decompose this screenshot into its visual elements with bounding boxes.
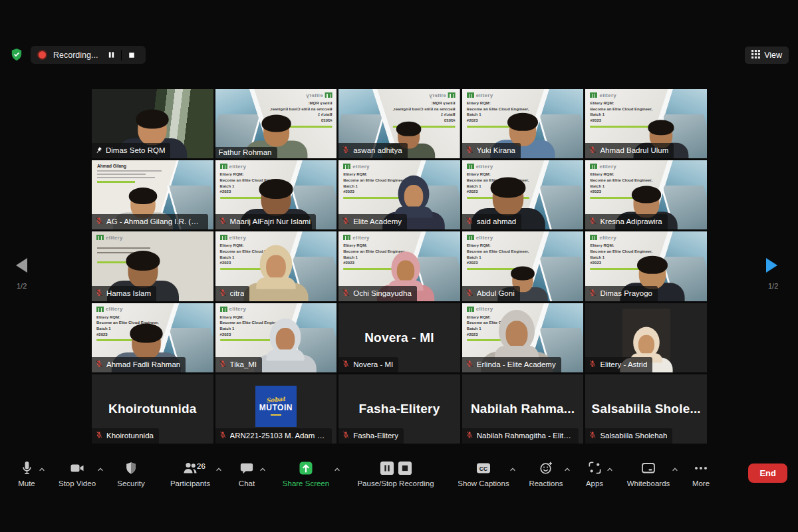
participant-tile[interactable]: eliteryElitery RQM:Become an Elite Cloud… — [92, 303, 213, 372]
toolbar-mute-button[interactable]: Mute — [5, 454, 48, 503]
meeting-security-shield-icon[interactable] — [11, 48, 23, 64]
view-button[interactable]: View — [745, 47, 789, 64]
elitery-building-icon — [96, 307, 104, 312]
muted-microphone-icon — [342, 287, 350, 299]
participant-tile[interactable]: eliteryElitery RQM:Become an Elite Cloud… — [338, 160, 460, 229]
participant-name: Fasha-Elitery — [353, 432, 398, 440]
participant-tile[interactable]: Salsabiila Shole...Salsabiila Sholehah — [585, 374, 707, 444]
participant-tile[interactable]: Novera - MINovera - MI — [338, 303, 460, 372]
chevron-up-icon[interactable] — [39, 464, 45, 475]
participant-tile[interactable]: eliteryElitery RQM:Become an Elite Cloud… — [585, 160, 707, 229]
participant-nameplate: ARN221-25103 M. Adam Sof... — [215, 428, 332, 444]
elitery-building-icon — [467, 307, 474, 312]
participant-tile[interactable]: eliteryElitery RQM:Become an Elite Cloud… — [462, 89, 584, 158]
chevron-up-icon[interactable] — [606, 464, 613, 475]
participant-tile[interactable]: eliteryElitery RQM:Become an Elite Cloud… — [338, 89, 460, 158]
elitery-logo: elitery — [343, 92, 456, 98]
participant-tile[interactable]: eliteryElitery RQM:Become an Elite Cloud… — [215, 303, 337, 372]
participant-tile[interactable]: eliteryElitery RQM:Become an Elite Cloud… — [585, 231, 707, 301]
participant-name: Nabilah Rahmagitha - Elite ... — [477, 432, 573, 440]
toolbar-reactions-button[interactable]: Reactions — [519, 454, 573, 503]
captions-icon: CC — [448, 459, 519, 477]
elitery-building-icon — [343, 164, 350, 169]
participant-name: Ahmad Badrul Ulum — [600, 146, 668, 154]
participant-name: Erlinda - Elite Academy — [477, 360, 556, 368]
participant-nameplate: Hamas Islam — [92, 286, 156, 301]
participant-tile[interactable]: eliteryElitery RQM:Become an Elite Cloud… — [215, 231, 337, 301]
muted-microphone-icon — [589, 215, 597, 227]
participant-name: Salsabiila Sholehah — [600, 432, 667, 440]
participant-name: Novera - MI — [353, 360, 393, 368]
chevron-up-icon[interactable] — [215, 464, 222, 475]
chevron-up-icon[interactable] — [334, 464, 340, 475]
toolbar-label: Participants — [156, 479, 225, 487]
recording-label: Recording... — [53, 51, 98, 60]
participant-tile[interactable]: Ahmad GilangAG - Ahmad Gilang I.R. (Eiji… — [92, 160, 213, 229]
participant-tile[interactable]: eliteryElitery RQM:Become an Elite Cloud… — [585, 89, 707, 158]
previous-page-button[interactable] — [16, 258, 27, 273]
participant-name: Yuki Kirana — [477, 146, 515, 154]
participant-tile[interactable]: eliteryElitery RQM:Become an Elite Cloud… — [215, 89, 337, 158]
participant-tile[interactable]: KhoirotunnidaKhoirotunnida — [92, 374, 213, 444]
chevron-up-icon[interactable] — [259, 464, 266, 475]
toolbar-label: Pause/Stop Recording — [343, 479, 448, 487]
pause-recording-icon[interactable] — [104, 49, 118, 62]
participant-name: ARN221-25103 M. Adam Sof... — [230, 432, 327, 440]
participant-tile[interactable]: eliteryHamas Islam — [92, 231, 213, 301]
toolbar-chat-button[interactable]: Chat — [225, 454, 269, 503]
toolbar-whiteboards-button[interactable]: Whiteboards — [616, 454, 681, 503]
muted-microphone-icon — [219, 287, 227, 299]
participant-name: Elitery - Astrid — [600, 360, 647, 368]
participant-tile[interactable]: Nabilah Rahma...Nabilah Rahmagitha - Eli… — [462, 374, 584, 444]
participant-tile[interactable]: eliteryElitery RQM:Become an Elite Cloud… — [215, 160, 337, 229]
toolbar-stop-video-button[interactable]: Stop Video — [48, 454, 106, 503]
chevron-up-icon[interactable] — [97, 464, 104, 475]
toolbar-more-button[interactable]: More — [681, 454, 721, 503]
elitery-logo: elitery — [220, 163, 332, 170]
participant-tile[interactable]: eliteryElitery RQM:Become an Elite Cloud… — [462, 231, 584, 301]
virtual-background-text: Elitery RQM:Become an Elite Cloud Engine… — [384, 100, 456, 124]
divider — [121, 50, 122, 61]
virtual-background-text: Elitery RQM:Become an Elite Cloud Engine… — [590, 100, 662, 124]
participant-nameplate: Maarij AlFajri Nur Islami — [215, 214, 316, 229]
page-indicator-left: 1/2 — [17, 282, 27, 290]
chevron-up-icon[interactable] — [509, 464, 516, 475]
participant-tile[interactable]: Fasha-EliteryFasha-Elitery — [338, 374, 460, 444]
muted-microphone-icon — [95, 358, 103, 370]
elitery-building-icon — [590, 164, 597, 169]
toolbar-security-button[interactable]: Security — [106, 454, 156, 503]
participant-tile[interactable]: SobatMUTOINARN221-25103 M. Adam Sof... — [215, 374, 337, 444]
muted-microphone-icon — [466, 287, 473, 299]
toolbar-pause-stop-recording-button[interactable]: Pause/Stop Recording — [343, 454, 448, 503]
toolbar-show-captions-button[interactable]: CCShow Captions — [448, 454, 519, 503]
muted-microphone-icon — [342, 358, 350, 370]
toolbar-participants-button[interactable]: 26Participants — [156, 454, 225, 503]
toolbar-apps-button[interactable]: Apps — [573, 454, 616, 503]
next-page-button[interactable] — [766, 258, 777, 273]
participant-name: Elite Academy — [353, 217, 402, 225]
participant-nameplate: Dimas Prayogo — [585, 286, 658, 301]
chevron-up-icon[interactable] — [672, 464, 678, 475]
stop-recording-icon[interactable] — [124, 49, 139, 62]
participant-tile[interactable]: eliteryElitery RQM:Become an Elite Cloud… — [462, 303, 584, 372]
muted-microphone-icon — [95, 215, 103, 227]
participant-name: AG - Ahmad Gilang I.R. (Eiji) — [106, 217, 203, 225]
elitery-building-icon — [220, 164, 227, 169]
toolbar-share-screen-button[interactable]: Share Screen — [269, 454, 343, 503]
participant-name: aswan adhitya — [353, 146, 402, 154]
toolbar-label: Show Captions — [448, 479, 519, 487]
participant-name: Dimas Seto RQM — [106, 146, 165, 154]
chevron-up-icon[interactable] — [564, 464, 571, 475]
grid-view-icon — [751, 50, 760, 61]
participant-nameplate: Tika_MI — [215, 357, 262, 372]
page-indicator-right: 1/2 — [768, 282, 778, 290]
toolbar-label: Share Screen — [269, 479, 343, 487]
participant-tile[interactable]: Elitery - Astrid — [585, 303, 707, 372]
muted-microphone-icon — [466, 430, 473, 442]
end-meeting-button[interactable]: End — [748, 464, 787, 483]
participant-tile[interactable]: eliteryElitery RQM:Become an Elite Cloud… — [338, 231, 460, 301]
muted-microphone-icon — [589, 144, 597, 156]
svg-text:CC: CC — [479, 465, 487, 471]
participant-tile[interactable]: Dimas Seto RQM — [92, 89, 213, 158]
participant-tile[interactable]: eliteryElitery RQM:Become an Elite Cloud… — [462, 160, 584, 229]
